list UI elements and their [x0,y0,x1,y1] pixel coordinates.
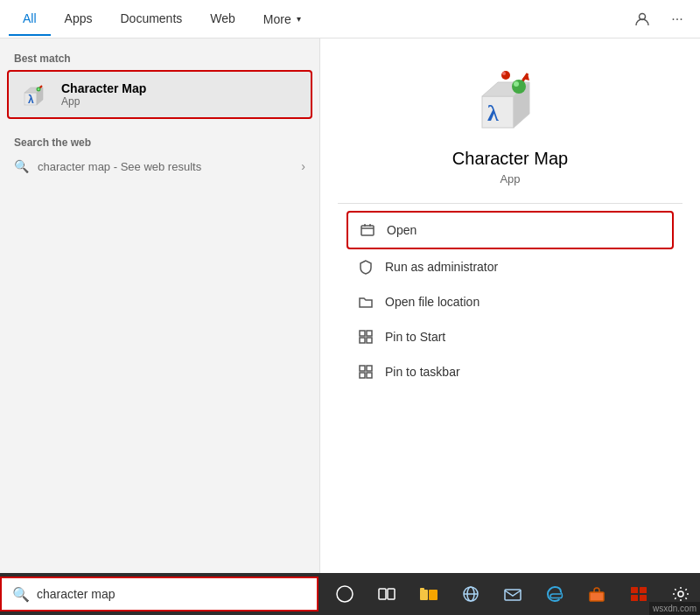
search-box-icon: 🔍 [12,586,30,603]
tab-apps[interactable]: Apps [51,3,107,36]
open-action[interactable]: Open [346,211,674,249]
app-large-icon-svg: λ [475,65,545,135]
app-large-type: App [500,172,520,185]
svg-point-18 [502,72,506,75]
folder-icon [357,293,374,311]
explorer-button[interactable] [410,573,448,615]
tab-documents[interactable]: Documents [106,3,196,36]
open-file-location-action[interactable]: Open file location [346,284,674,319]
svg-rect-26 [360,373,365,378]
left-panel: Best match λ [0,38,319,573]
svg-point-17 [501,71,510,80]
app-info: Character Map App [61,81,146,108]
chevron-down-icon: ▾ [297,14,301,24]
browser-icon [461,585,480,603]
svg-rect-29 [379,589,386,599]
open-label: Open [387,223,416,237]
right-panel: λ Character Map App [319,38,700,573]
app-large-icon: λ [475,65,545,135]
svg-rect-42 [640,595,647,601]
svg-rect-25 [367,366,372,371]
nav-icons: ··· [628,5,691,33]
svg-rect-22 [360,338,365,343]
app-type: App [61,95,146,108]
action-list: Open Run as administrator Open fil [338,211,682,389]
explorer-icon [419,585,438,603]
web-search-section: Search the web 🔍 character map - See web… [0,121,319,184]
best-match-item[interactable]: λ Character Map App [7,70,312,119]
run-admin-label: Run as administrator [385,260,498,274]
svg-point-43 [678,591,683,597]
svg-point-15 [512,80,526,94]
svg-point-28 [337,586,353,602]
store-button[interactable] [578,573,616,615]
svg-rect-20 [360,331,365,336]
web-search-suffix: - See web results [110,160,201,173]
svg-text:λ: λ [28,94,34,106]
pin-to-start-action[interactable]: Pin to Start [346,319,674,354]
svg-point-8 [38,88,39,90]
pin-to-taskbar-action[interactable]: Pin to taskbar [346,354,674,389]
app-icon-svg: λ [21,80,49,108]
svg-rect-37 [505,590,521,600]
svg-rect-38 [590,592,604,601]
web-search-query-text: character map - See web results [38,160,201,173]
app-name: Character Map [61,81,146,95]
svg-rect-40 [640,587,647,593]
search-box-text: character map [37,587,115,601]
divider [338,203,682,204]
taskbar-icons [318,573,700,615]
svg-rect-21 [367,331,372,336]
start-button[interactable] [326,573,364,615]
svg-rect-27 [367,373,372,378]
watermark: wsxdn.com [649,602,700,615]
browser-button[interactable] [452,573,490,615]
store-icon [587,585,606,603]
tab-more[interactable]: More ▾ [249,3,315,36]
person-icon-button[interactable] [628,5,656,33]
app-large-name: Character Map [452,149,568,169]
tab-web[interactable]: Web [196,3,249,36]
more-options-button[interactable]: ··· [663,5,691,33]
search-icon-sm: 🔍 [14,159,29,173]
web-search-item[interactable]: 🔍 character map - See web results › [0,152,319,180]
settings-icon [671,585,690,603]
main-layout: Best match λ [0,38,700,573]
svg-rect-23 [367,338,372,343]
pin-start-icon [357,328,374,346]
edge-icon [545,585,564,603]
search-box[interactable]: 🔍 character map [0,577,318,612]
mail-button[interactable] [494,573,532,615]
nav-tabs: All Apps Documents Web More ▾ [9,3,628,36]
task-view-button[interactable] [368,573,406,615]
top-nav-bar: All Apps Documents Web More ▾ ··· [0,0,700,38]
pin-to-start-label: Pin to Start [385,330,445,344]
run-as-admin-action[interactable]: Run as administrator [346,249,674,284]
tiles-icon [629,585,648,603]
svg-rect-24 [360,366,365,371]
ellipsis-icon: ··· [671,11,682,27]
character-map-icon: λ [19,79,51,110]
best-match-label: Best match [0,47,319,68]
web-search-label: Search the web [0,131,319,152]
open-file-location-label: Open file location [385,295,480,309]
start-icon [336,585,354,603]
svg-rect-33 [429,590,438,600]
more-label: More [263,12,291,26]
mail-icon [503,585,522,603]
svg-rect-30 [388,589,395,599]
chevron-right-icon: › [301,159,305,173]
pin-to-taskbar-label: Pin to taskbar [385,365,460,379]
svg-rect-19 [361,226,374,235]
tab-all[interactable]: All [9,3,51,36]
person-icon [634,11,650,27]
svg-rect-31 [420,590,428,600]
svg-text:λ: λ [487,101,499,126]
open-icon [359,221,376,239]
edge-button[interactable] [536,573,574,615]
task-view-icon [378,585,396,603]
shield-icon [357,258,374,276]
svg-point-16 [514,81,519,87]
svg-rect-39 [631,587,638,593]
taskbar: 🔍 character map [0,573,700,615]
